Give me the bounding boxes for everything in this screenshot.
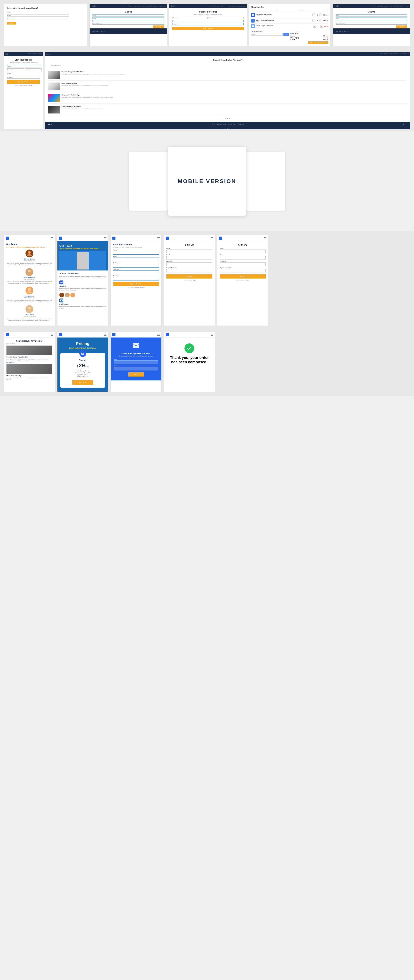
signup-repeat-sm[interactable] (92, 23, 164, 25)
sr-nav-3[interactable]: TEAM (390, 53, 393, 55)
sr-footer-team[interactable]: TEAM (223, 124, 226, 125)
ft2-signin-link[interactable]: Sign Up (28, 85, 32, 86)
ft-cta-button[interactable]: Sign Up for Free (172, 27, 244, 30)
social-tw[interactable]: t (404, 124, 405, 125)
signup-mobile-email[interactable] (166, 256, 212, 259)
sr-nav-2[interactable]: SERVICES (384, 53, 389, 55)
sr-nav-4[interactable]: PRICING (393, 53, 398, 55)
contact-submit-button[interactable]: SUBMIT (7, 22, 16, 24)
ft-mobile-lname[interactable] (113, 270, 159, 274)
signup-name-sm-2[interactable] (336, 14, 407, 16)
nav2-contact[interactable]: CONTACT US (400, 5, 408, 7)
hamburger-menu[interactable] (51, 237, 53, 239)
social-fb[interactable]: f (403, 124, 404, 125)
page-3[interactable]: 3 (229, 117, 230, 119)
page-2[interactable]: 2 (227, 117, 228, 119)
page-prev[interactable]: ‹ (224, 117, 225, 119)
page-1[interactable]: 1 (225, 117, 226, 119)
nav-contact[interactable]: CONTACT US (158, 5, 165, 7)
ft2-cta[interactable]: Sign Up for Free (7, 80, 40, 84)
qty-plus-2[interactable]: + (320, 19, 322, 22)
ft2-email[interactable] (7, 72, 40, 75)
sr-mobile-readmore-1[interactable]: READ MORE (6, 362, 53, 363)
ft2-nav-2[interactable]: SERVICES (32, 53, 37, 55)
ft-mobile-pwd[interactable] (113, 277, 159, 280)
nav2-services[interactable]: SERVICES (377, 5, 383, 7)
ft2-name[interactable] (7, 65, 40, 67)
nav2-about[interactable]: ABOUT (371, 5, 375, 7)
ft2-last[interactable] (25, 68, 41, 71)
cart-item-2-qty[interactable]: - 1 + (312, 19, 322, 22)
signup-mobile-repeat[interactable] (166, 269, 212, 272)
ft-password[interactable] (172, 23, 244, 25)
ft-nav-blog[interactable]: BLOG (232, 5, 236, 7)
hamburger-newsletter[interactable] (158, 334, 160, 336)
hamburger-thankyou[interactable] (211, 334, 213, 336)
ft-first-name[interactable] (172, 17, 208, 19)
nav-team[interactable]: TEAM (141, 5, 145, 7)
social-in[interactable]: in (406, 124, 407, 125)
checkout-button[interactable]: PROCEED TO CHECKOUT (308, 41, 328, 44)
nav-services[interactable]: SERVICES (134, 5, 140, 7)
nav2-team[interactable]: TEAM (384, 5, 387, 7)
ft-nav-team[interactable]: TEAM (221, 5, 224, 7)
ft-nav-about[interactable]: ABOUT (208, 5, 212, 7)
ft-mobile-fname[interactable] (113, 264, 159, 267)
sr-nav-6[interactable]: CONTACT US (403, 53, 409, 55)
sr-footer-services[interactable]: SERVICES (217, 124, 222, 125)
newsletter-name[interactable] (114, 360, 158, 364)
ft-mobile-email[interactable] (113, 258, 159, 261)
qty-plus-1[interactable]: + (320, 14, 322, 16)
cart-item-1-qty[interactable]: - 1 + (312, 14, 322, 16)
qty-plus-3[interactable]: + (320, 25, 323, 28)
signup-login-link[interactable]: Login (193, 280, 196, 281)
contact-company-input[interactable] (7, 18, 69, 20)
signup-mobile-name[interactable] (166, 250, 212, 253)
qty-minus-2[interactable]: - (312, 19, 315, 22)
hamburger-signup[interactable] (211, 237, 213, 239)
signup-email-sm[interactable] (92, 17, 164, 19)
ft-mobile-signin-link[interactable]: Sign Up (140, 287, 145, 288)
signup-mobile-email-2[interactable] (220, 256, 266, 259)
signup-email-sm-2[interactable] (336, 17, 407, 19)
signup-mobile-pwd[interactable] (166, 262, 212, 266)
hamburger-blue[interactable] (104, 237, 107, 239)
sr-footer-blog[interactable]: BLOG (233, 124, 236, 125)
newsletter-email[interactable] (114, 367, 158, 371)
signup-mobile-repeat-2[interactable] (220, 269, 266, 272)
contact-name-input[interactable] (7, 11, 69, 13)
contact-email-input[interactable] (7, 14, 69, 17)
ft-mobile-name[interactable] (113, 251, 159, 255)
signup-mobile-btn-2[interactable]: Sign Up (220, 274, 266, 278)
ft2-nav-3[interactable]: PRICING (38, 53, 42, 55)
hamburger-sr[interactable] (51, 334, 53, 336)
hamburger-signup-2[interactable] (264, 237, 266, 239)
sr-nav-5[interactable]: BLOG (399, 53, 401, 55)
signup-password-sm-2[interactable] (336, 20, 407, 22)
ft-last-name[interactable] (209, 17, 244, 19)
ft2-nav-1[interactable]: ABOUT (27, 53, 31, 55)
page-next[interactable]: › (231, 117, 231, 119)
signup-mobile-btn[interactable]: Sign Up (166, 274, 212, 278)
sr-nav-1[interactable]: ABOUT (380, 53, 383, 55)
sr-footer-contact[interactable]: CONTACT US (237, 124, 244, 125)
qty-minus-1[interactable]: - (312, 14, 315, 16)
hamburger-ft[interactable] (158, 237, 160, 239)
signup-repeat-sm-2[interactable] (336, 23, 407, 25)
ft2-password[interactable] (7, 76, 40, 79)
nav2-blog[interactable]: BLOG (396, 5, 399, 7)
nav-pricing[interactable]: PRICING (146, 5, 151, 7)
coupon-input[interactable] (251, 33, 283, 36)
ft-email[interactable] (172, 20, 244, 22)
sr-footer-pricing[interactable]: PRICING (228, 124, 232, 125)
signup-button-sm-2[interactable]: Sign Up (396, 25, 407, 28)
newsletter-send-btn[interactable]: Send (128, 372, 144, 377)
signup-password-sm[interactable] (92, 20, 164, 22)
nav2-pricing[interactable]: PRICING (389, 5, 394, 7)
ft-nav-pricing[interactable]: PRICING (226, 5, 231, 7)
hamburger-pricing[interactable] (104, 334, 107, 336)
nav-about[interactable]: ABOUT (128, 5, 132, 7)
signup-mobile-name-2[interactable] (220, 250, 266, 253)
signup-mobile-pwd-2[interactable] (220, 262, 266, 266)
signup-login-link-2[interactable]: Login (246, 280, 249, 281)
